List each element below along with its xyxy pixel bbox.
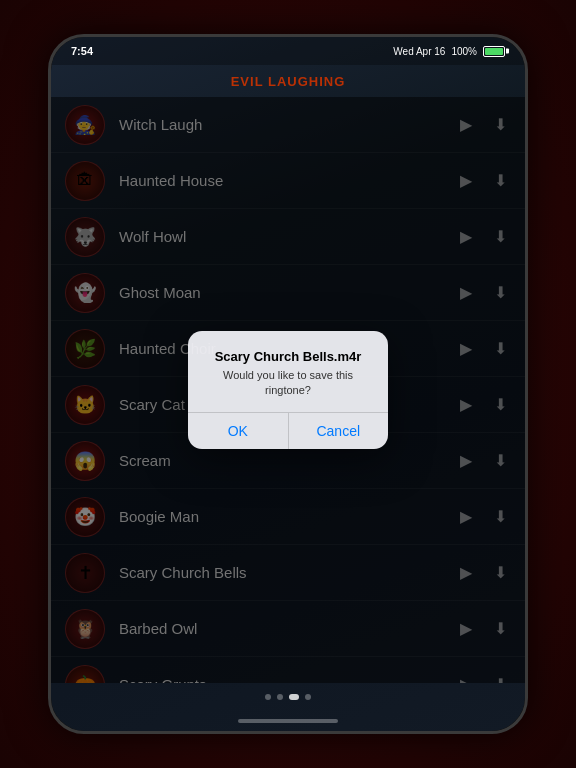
- dialog-ok-button[interactable]: OK: [188, 413, 289, 449]
- dot-1: [265, 694, 271, 700]
- battery-percent: 100%: [451, 46, 477, 57]
- dialog-title: Scary Church Bells.m4r: [208, 349, 368, 364]
- device: 7:54 Wed Apr 16 100% Evil Laughing 🧙Witc…: [48, 34, 528, 734]
- battery-fill: [485, 48, 503, 55]
- battery-icon: [483, 46, 505, 57]
- home-bar: [238, 719, 338, 723]
- page-dots: [51, 683, 525, 711]
- dialog-overlay: Scary Church Bells.m4r Would you like to…: [51, 97, 525, 683]
- status-time: 7:54: [71, 45, 93, 57]
- device-inner: 7:54 Wed Apr 16 100% Evil Laughing 🧙Witc…: [51, 37, 525, 731]
- dot-3: [289, 694, 299, 700]
- dot-2: [277, 694, 283, 700]
- status-bar: 7:54 Wed Apr 16 100%: [51, 37, 525, 65]
- home-indicator: [51, 711, 525, 731]
- header: Evil Laughing: [51, 65, 525, 97]
- status-right: Wed Apr 16 100%: [393, 46, 505, 57]
- save-dialog: Scary Church Bells.m4r Would you like to…: [188, 331, 388, 450]
- status-date: Wed Apr 16: [393, 46, 445, 57]
- dialog-buttons: OK Cancel: [188, 412, 388, 449]
- header-title: Evil Laughing: [231, 74, 346, 89]
- list-container: 🧙Witch Laugh▶⬇🏚Haunted House▶⬇🐺Wolf Howl…: [51, 97, 525, 683]
- dialog-message: Would you like to save this ringtone?: [208, 368, 368, 399]
- dot-4: [305, 694, 311, 700]
- dialog-cancel-button[interactable]: Cancel: [289, 413, 389, 449]
